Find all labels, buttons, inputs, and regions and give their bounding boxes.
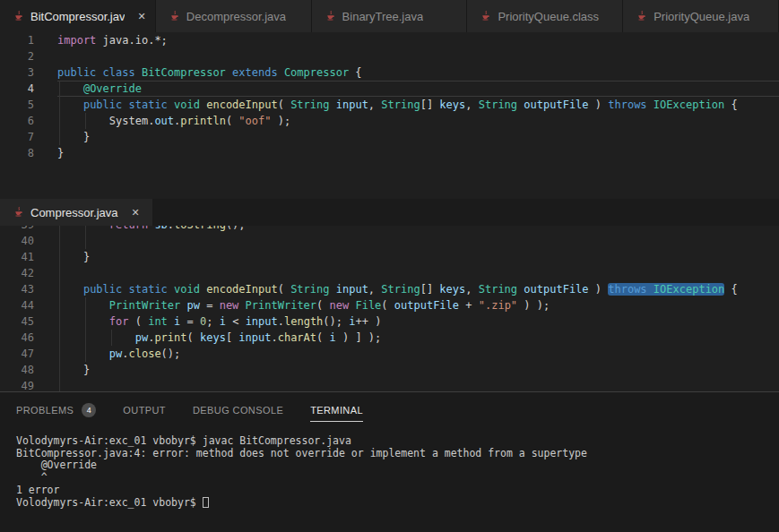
panel-tab-output[interactable]: OUTPUT [123, 402, 166, 422]
line-number: 44 [0, 297, 34, 313]
tab-priorityqueue-java[interactable]: PriorityQueue.java [623, 0, 779, 32]
code-line-6[interactable]: 6 System.out.println( "oof" ); [0, 113, 779, 129]
panel-tab-label: PROBLEMS [16, 405, 74, 416]
code-line-4[interactable]: 4 @Override [0, 81, 779, 97]
terminal-line: BitCompressor.java:4: error: method does… [16, 448, 779, 460]
indent-guide [59, 249, 60, 265]
code-text [57, 265, 779, 281]
code-text [57, 233, 779, 249]
tab-label: BinaryTree.java [342, 10, 424, 23]
terminal-line: ^ [16, 472, 779, 485]
selection-highlight: throws IOException [608, 283, 724, 296]
code-line-47[interactable]: 47 pw.close(); [0, 346, 779, 362]
tab-priorityqueue-class[interactable]: PriorityQueue.class [467, 0, 623, 32]
indent-guide [59, 378, 60, 391]
line-number: 48 [0, 362, 34, 378]
code-line-2[interactable]: 2 [0, 48, 779, 64]
indent-guide [59, 313, 60, 330]
code-text: } [57, 249, 779, 265]
editor-bitcompressor[interactable]: 1import java.io.*;23public class BitComp… [0, 32, 779, 199]
code-text: PrintWriter pw = new PrintWriter( new Fi… [57, 297, 779, 313]
java-file-icon [13, 206, 24, 219]
indent-guide [85, 226, 86, 233]
code-text: System.out.println( "oof" ); [57, 113, 779, 129]
code-line-8[interactable]: 8} [0, 145, 779, 161]
indent-guide [59, 330, 60, 346]
terminal-line: Volodymyrs-Air:exc_01 vbobyr$ [16, 497, 779, 510]
code-text: return sb.toString(); [57, 226, 779, 233]
indent-guide [85, 233, 86, 249]
tab-label: Decompressor.java [186, 10, 286, 23]
code-line-46[interactable]: 46 pw.print( keys[ input.charAt( i ) ] )… [0, 330, 779, 346]
code-line-5[interactable]: 5 public static void encodeInput( String… [0, 97, 779, 113]
tab-compressor-java[interactable]: Compressor.java✕ [0, 199, 152, 226]
panel-tab-label: TERMINAL [310, 405, 363, 416]
code-lines: 39 return sb.toString();4041 }4243 publi… [0, 226, 779, 391]
tab-label: Compressor.java [30, 206, 118, 219]
tab-decompressor-java[interactable]: Decompressor.java [156, 0, 312, 32]
code-line-39[interactable]: 39 return sb.toString(); [0, 226, 779, 233]
indent-guide [59, 129, 60, 145]
code-line-40[interactable]: 40 [0, 233, 779, 249]
line-number: 41 [0, 249, 34, 265]
indent-guide [59, 233, 60, 249]
indent-guide [59, 265, 60, 281]
code-line-42[interactable]: 42 [0, 265, 779, 281]
code-line-45[interactable]: 45 for ( int i = 0; i < input.length(); … [0, 313, 779, 330]
line-number: 1 [0, 32, 34, 48]
line-number: 7 [0, 129, 34, 145]
tab-bitcompressor-java[interactable]: BitCompressor.java✕ [0, 0, 156, 32]
indent-guide [111, 330, 112, 346]
code-lines: 1import java.io.*;23public class BitComp… [0, 32, 779, 161]
code-line-3[interactable]: 3public class BitCompressor extends Comp… [0, 64, 779, 81]
code-line-44[interactable]: 44 PrintWriter pw = new PrintWriter( new… [0, 297, 779, 313]
code-line-43[interactable]: 43 public static void encodeInput( Strin… [0, 281, 779, 297]
tab-binarytree-java[interactable]: BinaryTree.java [312, 0, 468, 32]
line-number: 40 [0, 233, 34, 249]
line-number: 8 [0, 145, 34, 161]
terminal-output[interactable]: Volodymyrs-Air:exc_01 vbobyr$ javac BitC… [0, 431, 779, 509]
code-text: public static void encodeInput( String i… [57, 281, 779, 297]
code-line-7[interactable]: 7 } [0, 129, 779, 145]
code-text: @Override [57, 81, 779, 97]
indent-guide [59, 297, 60, 313]
close-icon[interactable]: ✕ [138, 12, 146, 21]
indent-guide [59, 281, 60, 297]
line-number: 43 [0, 281, 34, 297]
indent-guide [59, 346, 60, 362]
indent-guide [59, 81, 60, 97]
panel-tab-terminal[interactable]: TERMINAL [310, 402, 363, 422]
code-text: } [57, 145, 779, 161]
panel-tab-label: DEBUG CONSOLE [193, 405, 283, 416]
code-text: for ( int i = 0; i < input.length(); i++… [57, 313, 779, 330]
panel-tab-problems[interactable]: PROBLEMS4 [16, 400, 96, 424]
editor-tab-bar-split: Compressor.java✕ [0, 199, 779, 226]
close-icon[interactable]: ✕ [132, 208, 140, 218]
indent-guide [85, 330, 86, 346]
indent-guide [59, 362, 60, 378]
tab-label: BitCompressor.java [30, 10, 125, 23]
code-line-48[interactable]: 48 } [0, 362, 779, 378]
code-text: pw.close(); [57, 346, 779, 362]
code-text [57, 378, 779, 391]
java-file-icon [325, 10, 336, 22]
code-line-41[interactable]: 41 } [0, 249, 779, 265]
line-number: 3 [0, 64, 34, 81]
indent-guide [85, 113, 86, 129]
line-number: 5 [0, 97, 34, 113]
java-file-icon [169, 10, 180, 22]
code-text: } [57, 362, 779, 378]
code-text [57, 48, 779, 64]
editor-compressor[interactable]: 39 return sb.toString();4041 }4243 publi… [0, 226, 779, 391]
line-number: 42 [0, 265, 34, 281]
code-text: import java.io.*; [57, 32, 779, 48]
code-line-1[interactable]: 1import java.io.*; [0, 32, 779, 48]
line-number: 47 [0, 346, 34, 362]
panel-tab-label: OUTPUT [123, 405, 166, 416]
problems-count-badge: 4 [82, 403, 96, 417]
tab-label: PriorityQueue.class [498, 10, 599, 23]
panel-tab-debug-console[interactable]: DEBUG CONSOLE [193, 402, 283, 422]
code-line-49[interactable]: 49 [0, 378, 779, 391]
code-text: } [57, 129, 779, 145]
code-text: public static void encodeInput( String i… [57, 97, 779, 113]
